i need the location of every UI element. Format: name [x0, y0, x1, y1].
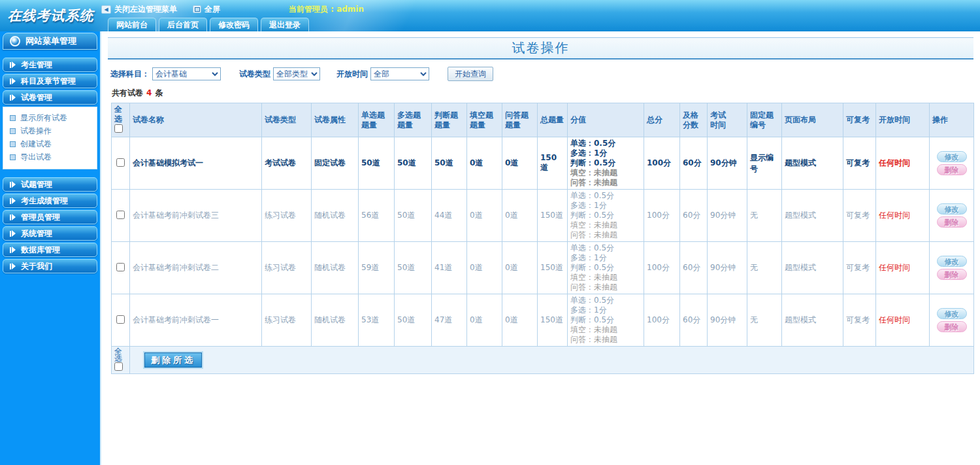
- retake-flag: 可复考: [843, 242, 876, 294]
- edit-button[interactable]: 修改: [937, 151, 967, 162]
- tab-admin-home[interactable]: 后台首页: [159, 18, 207, 31]
- exam-attr: 随机试卷: [312, 190, 359, 242]
- score-detail: 单选：0.5分多选：1分判断：0.5分填空：未抽题问答：未抽题: [568, 242, 644, 294]
- close-left-menu-link[interactable]: ◀ 关闭左边管理菜单: [101, 4, 177, 15]
- col-exam-time: 考试 时间: [708, 103, 747, 137]
- exam-attr: 固定试卷: [312, 137, 359, 190]
- sidebar-item-paper-mgmt[interactable]: 试卷管理: [3, 90, 97, 105]
- total-question-count: 150道: [538, 294, 568, 347]
- tab-logout[interactable]: 退出登录: [261, 18, 309, 31]
- delete-button[interactable]: 删除: [937, 164, 967, 175]
- select-all-checkbox[interactable]: [114, 124, 123, 133]
- time-filter-label: 开放时间: [336, 69, 368, 80]
- row-select-cell: [112, 137, 130, 190]
- play-icon: [10, 214, 16, 220]
- sidebar-item-admin-mgmt[interactable]: 管理员管理: [3, 210, 97, 224]
- open-time: 任何时间: [876, 242, 930, 294]
- tab-change-password[interactable]: 修改密码: [210, 18, 258, 31]
- row-checkbox[interactable]: [116, 158, 125, 167]
- fixed-number: 无: [747, 190, 782, 242]
- blank-question-count: 0道: [467, 242, 502, 294]
- judge-question-count: 47道: [432, 294, 467, 347]
- exam-name: 会计基础考前冲刺试卷一: [130, 294, 262, 347]
- sidebar-item-subject-chapter-mgmt[interactable]: 科目及章节管理: [3, 74, 97, 88]
- sidebar-item-system-mgmt[interactable]: 系统管理: [3, 226, 97, 241]
- fullscreen-label: 全屏: [204, 4, 220, 15]
- col-exam-name: 试卷名称: [130, 103, 262, 137]
- page-title: 试卷操作: [512, 39, 570, 57]
- score-detail: 单选：0.5分多选：1分判断：0.5分填空：未抽题问答：未抽题: [568, 294, 644, 347]
- sidebar-item-examinee-mgmt[interactable]: 考生管理: [3, 58, 97, 72]
- open-time: 任何时间: [876, 294, 930, 347]
- row-select-cell: [112, 242, 130, 294]
- total-question-count: 150道: [538, 137, 568, 190]
- play-icon: [10, 94, 16, 101]
- edit-button[interactable]: 修改: [937, 203, 967, 215]
- score-detail: 单选：0.5分多选：1分判断：0.5分填空：未抽题问答：未抽题: [568, 137, 644, 190]
- submenu-export-paper[interactable]: 导出试卷: [3, 150, 97, 164]
- page-layout: 题型模式: [782, 190, 843, 242]
- row-actions: 修改 删除: [930, 294, 974, 347]
- play-icon: [10, 181, 16, 188]
- exam-name: 会计基础考前冲刺试卷二: [130, 242, 262, 294]
- fullscreen-link[interactable]: 全屏: [193, 4, 220, 15]
- edit-button[interactable]: 修改: [937, 256, 967, 267]
- col-actions: 操作: [930, 103, 974, 137]
- single-question-count: 53道: [359, 294, 395, 347]
- subject-select[interactable]: 会计基础: [152, 67, 221, 80]
- main-content: 试卷操作 选择科目： 会计基础 试卷类型 全部类型 开放时间 全部 开始查询 共…: [108, 31, 977, 465]
- type-filter-label: 试卷类型: [239, 69, 270, 80]
- pass-score: 60分: [680, 137, 708, 190]
- exam-duration: 90分钟: [708, 190, 747, 242]
- delete-selected-button[interactable]: 删除所选: [144, 353, 202, 368]
- row-actions: 修改 删除: [930, 137, 974, 190]
- footer-select-all-checkbox[interactable]: [114, 362, 123, 371]
- square-bullet-icon: [10, 128, 16, 134]
- total-score: 100分: [644, 242, 680, 294]
- sidebar-item-database-mgmt[interactable]: 数据库管理: [3, 243, 97, 257]
- square-bullet-icon: [10, 115, 16, 121]
- edit-button[interactable]: 修改: [937, 308, 967, 319]
- open-time: 任何时间: [876, 190, 930, 242]
- exam-type: 练习试卷: [262, 190, 312, 242]
- delete-button[interactable]: 删除: [937, 269, 967, 280]
- play-icon: [10, 247, 16, 253]
- exam-attr: 随机试卷: [312, 242, 359, 294]
- menu-circle-icon: [10, 36, 20, 46]
- topbar: ◀ 关闭左边管理菜单 全屏 当前管理员 : admin: [101, 3, 364, 16]
- delete-button[interactable]: 删除: [937, 216, 967, 228]
- row-checkbox[interactable]: [116, 263, 125, 271]
- play-icon: [10, 263, 16, 269]
- search-button[interactable]: 开始查询: [448, 67, 493, 81]
- open-time-select[interactable]: 全部: [370, 67, 429, 80]
- result-count: 共有试卷4条: [112, 88, 977, 99]
- single-question-count: 50道: [359, 137, 395, 190]
- judge-question-count: 41道: [432, 242, 467, 294]
- table-row: 会计基础模拟考试一 考试试卷 固定试卷 50道 50道 50道 0道 0道 15…: [112, 137, 974, 190]
- submenu-paper-operation[interactable]: 试卷操作: [3, 124, 97, 137]
- paper-type-select[interactable]: 全部类型: [273, 67, 320, 80]
- total-score: 100分: [644, 190, 680, 242]
- submenu-show-all-papers[interactable]: 显示所有试卷: [3, 111, 97, 124]
- delete-button[interactable]: 删除: [937, 321, 967, 332]
- total-question-count: 150道: [538, 242, 568, 294]
- play-icon: [10, 198, 16, 204]
- row-checkbox[interactable]: [116, 315, 125, 324]
- top-band: 在线考试系统 ◀ 关闭左边管理菜单 全屏 当前管理员 : admin 网站前台 …: [0, 0, 980, 31]
- tab-site-front[interactable]: 网站前台: [108, 18, 156, 31]
- sidebar-item-about-us[interactable]: 关于我们: [3, 259, 97, 273]
- fixed-number: 无: [747, 242, 782, 294]
- judge-question-count: 44道: [432, 190, 467, 242]
- exam-table: 全选 试卷名称 试卷类型 试卷属性 单选题 题量 多选题 题量 判断题 题量 填…: [111, 103, 974, 374]
- result-count-number: 4: [146, 88, 152, 97]
- fixed-number: 显示编号: [747, 137, 782, 190]
- col-score: 分值: [568, 103, 644, 137]
- exam-type: 考试试卷: [262, 137, 312, 190]
- page-layout: 题型模式: [782, 137, 843, 190]
- submenu-create-paper[interactable]: 创建试卷: [3, 137, 97, 150]
- row-select-cell: [112, 190, 130, 242]
- sidebar-item-question-mgmt[interactable]: 试题管理: [3, 177, 97, 192]
- row-checkbox[interactable]: [116, 211, 125, 219]
- col-pass-score: 及格 分数: [680, 103, 708, 137]
- sidebar-item-score-mgmt[interactable]: 考生成绩管理: [3, 194, 97, 208]
